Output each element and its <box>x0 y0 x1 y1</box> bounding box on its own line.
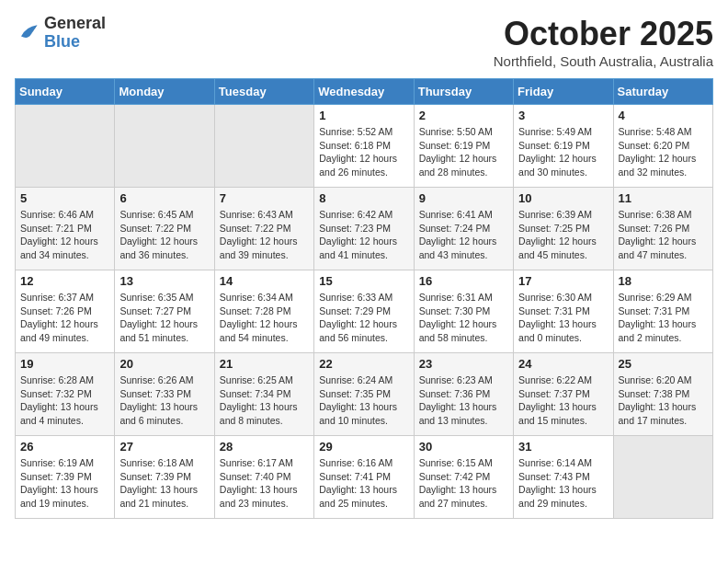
calendar-cell: 17Sunrise: 6:30 AM Sunset: 7:31 PM Dayli… <box>514 270 613 353</box>
calendar-cell: 9Sunrise: 6:41 AM Sunset: 7:24 PM Daylig… <box>414 188 513 270</box>
day-number: 13 <box>119 274 209 288</box>
day-info: Sunrise: 6:39 AM Sunset: 7:25 PM Dayligh… <box>518 208 608 262</box>
day-info: Sunrise: 6:14 AM Sunset: 7:43 PM Dayligh… <box>518 456 608 511</box>
logo-blue: Blue <box>44 32 80 51</box>
day-info: Sunrise: 6:26 AM Sunset: 7:33 PM Dayligh… <box>119 373 209 428</box>
day-number: 3 <box>518 109 608 122</box>
calendar-cell: 5Sunrise: 6:46 AM Sunset: 7:21 PM Daylig… <box>16 188 115 270</box>
day-info: Sunrise: 6:45 AM Sunset: 7:22 PM Dayligh… <box>119 208 209 262</box>
calendar-cell: 22Sunrise: 6:24 AM Sunset: 7:35 PM Dayli… <box>314 353 414 436</box>
day-info: Sunrise: 6:23 AM Sunset: 7:36 PM Dayligh… <box>419 373 508 428</box>
day-info: Sunrise: 6:33 AM Sunset: 7:29 PM Dayligh… <box>319 291 408 345</box>
calendar-cell: 8Sunrise: 6:42 AM Sunset: 7:23 PM Daylig… <box>314 188 414 270</box>
day-info: Sunrise: 6:20 AM Sunset: 7:38 PM Dayligh… <box>619 373 708 428</box>
day-info: Sunrise: 6:35 AM Sunset: 7:27 PM Dayligh… <box>119 291 209 345</box>
day-number: 31 <box>518 440 608 454</box>
calendar-cell: 15Sunrise: 6:33 AM Sunset: 7:29 PM Dayli… <box>314 270 414 353</box>
weekday-header-row: SundayMondayTuesdayWednesdayThursdayFrid… <box>16 79 713 105</box>
day-info: Sunrise: 6:38 AM Sunset: 7:26 PM Dayligh… <box>619 208 708 262</box>
day-info: Sunrise: 5:49 AM Sunset: 6:19 PM Dayligh… <box>518 125 608 179</box>
calendar-cell <box>613 436 712 519</box>
day-number: 5 <box>20 191 109 205</box>
day-info: Sunrise: 6:42 AM Sunset: 7:23 PM Dayligh… <box>319 208 408 262</box>
day-info: Sunrise: 6:16 AM Sunset: 7:41 PM Dayligh… <box>319 456 408 511</box>
calendar-cell: 31Sunrise: 6:14 AM Sunset: 7:43 PM Dayli… <box>514 436 613 519</box>
calendar-cell <box>16 105 115 188</box>
calendar-cell: 6Sunrise: 6:45 AM Sunset: 7:22 PM Daylig… <box>115 188 214 270</box>
day-info: Sunrise: 6:28 AM Sunset: 7:32 PM Dayligh… <box>20 373 109 428</box>
calendar-cell: 25Sunrise: 6:20 AM Sunset: 7:38 PM Dayli… <box>613 353 712 436</box>
day-info: Sunrise: 6:24 AM Sunset: 7:35 PM Dayligh… <box>319 373 408 428</box>
day-number: 8 <box>319 191 408 205</box>
day-number: 27 <box>119 440 209 454</box>
day-number: 30 <box>419 440 508 454</box>
location: Northfield, South Australia, Australia <box>494 53 713 69</box>
day-number: 23 <box>419 357 508 371</box>
day-number: 12 <box>20 274 109 288</box>
calendar-cell: 14Sunrise: 6:34 AM Sunset: 7:28 PM Dayli… <box>214 270 313 353</box>
day-number: 17 <box>518 274 608 288</box>
day-number: 22 <box>319 357 408 371</box>
calendar-cell: 18Sunrise: 6:29 AM Sunset: 7:31 PM Dayli… <box>613 270 712 353</box>
calendar-table: SundayMondayTuesdayWednesdayThursdayFrid… <box>15 78 713 519</box>
day-number: 16 <box>419 274 508 288</box>
day-info: Sunrise: 6:15 AM Sunset: 7:42 PM Dayligh… <box>419 456 508 511</box>
logo-general: General <box>44 14 106 32</box>
calendar-week-row: 1Sunrise: 5:52 AM Sunset: 6:18 PM Daylig… <box>16 105 713 188</box>
logo-text: General Blue <box>44 15 106 52</box>
calendar-cell <box>115 105 214 188</box>
calendar-cell: 27Sunrise: 6:18 AM Sunset: 7:39 PM Dayli… <box>115 436 214 519</box>
weekday-header: Sunday <box>16 79 115 105</box>
calendar-cell <box>214 105 313 188</box>
calendar-week-row: 5Sunrise: 6:46 AM Sunset: 7:21 PM Daylig… <box>16 188 713 270</box>
day-info: Sunrise: 6:46 AM Sunset: 7:21 PM Dayligh… <box>20 208 109 262</box>
calendar-cell: 10Sunrise: 6:39 AM Sunset: 7:25 PM Dayli… <box>514 188 613 270</box>
day-number: 11 <box>619 191 708 205</box>
calendar-cell: 3Sunrise: 5:49 AM Sunset: 6:19 PM Daylig… <box>514 105 613 188</box>
day-number: 24 <box>518 357 608 371</box>
calendar-cell: 24Sunrise: 6:22 AM Sunset: 7:37 PM Dayli… <box>514 353 613 436</box>
calendar-cell: 30Sunrise: 6:15 AM Sunset: 7:42 PM Dayli… <box>414 436 513 519</box>
day-info: Sunrise: 6:43 AM Sunset: 7:22 PM Dayligh… <box>220 208 309 262</box>
day-number: 28 <box>220 440 309 454</box>
calendar-cell: 28Sunrise: 6:17 AM Sunset: 7:40 PM Dayli… <box>214 436 313 519</box>
calendar-cell: 19Sunrise: 6:28 AM Sunset: 7:32 PM Dayli… <box>16 353 115 436</box>
day-number: 4 <box>619 109 708 122</box>
logo-bird-icon <box>15 20 40 46</box>
day-info: Sunrise: 6:41 AM Sunset: 7:24 PM Dayligh… <box>419 208 508 262</box>
page-header: General Blue October 2025 Northfield, So… <box>15 15 713 69</box>
day-number: 25 <box>619 357 708 371</box>
day-number: 14 <box>220 274 309 288</box>
calendar-cell: 21Sunrise: 6:25 AM Sunset: 7:34 PM Dayli… <box>214 353 313 436</box>
day-info: Sunrise: 6:18 AM Sunset: 7:39 PM Dayligh… <box>119 456 209 511</box>
calendar-cell: 16Sunrise: 6:31 AM Sunset: 7:30 PM Dayli… <box>414 270 513 353</box>
day-info: Sunrise: 6:37 AM Sunset: 7:26 PM Dayligh… <box>20 291 109 345</box>
day-number: 29 <box>319 440 408 454</box>
day-number: 2 <box>419 109 508 122</box>
day-info: Sunrise: 6:29 AM Sunset: 7:31 PM Dayligh… <box>619 291 708 345</box>
calendar-cell: 23Sunrise: 6:23 AM Sunset: 7:36 PM Dayli… <box>414 353 513 436</box>
day-number: 21 <box>220 357 309 371</box>
day-number: 9 <box>419 191 508 205</box>
month-title: October 2025 <box>494 15 713 53</box>
day-number: 15 <box>319 274 408 288</box>
day-number: 20 <box>119 357 209 371</box>
day-info: Sunrise: 6:22 AM Sunset: 7:37 PM Dayligh… <box>518 373 608 428</box>
day-info: Sunrise: 5:48 AM Sunset: 6:20 PM Dayligh… <box>619 125 708 179</box>
calendar-cell: 29Sunrise: 6:16 AM Sunset: 7:41 PM Dayli… <box>314 436 414 519</box>
day-info: Sunrise: 6:25 AM Sunset: 7:34 PM Dayligh… <box>220 373 309 428</box>
calendar-cell: 1Sunrise: 5:52 AM Sunset: 6:18 PM Daylig… <box>314 105 414 188</box>
calendar-week-row: 19Sunrise: 6:28 AM Sunset: 7:32 PM Dayli… <box>16 353 713 436</box>
day-number: 19 <box>20 357 109 371</box>
day-info: Sunrise: 6:34 AM Sunset: 7:28 PM Dayligh… <box>220 291 309 345</box>
calendar-cell: 4Sunrise: 5:48 AM Sunset: 6:20 PM Daylig… <box>613 105 712 188</box>
calendar-cell: 26Sunrise: 6:19 AM Sunset: 7:39 PM Dayli… <box>16 436 115 519</box>
day-info: Sunrise: 6:31 AM Sunset: 7:30 PM Dayligh… <box>419 291 508 345</box>
weekday-header: Wednesday <box>314 79 414 105</box>
day-number: 26 <box>20 440 109 454</box>
weekday-header: Monday <box>115 79 214 105</box>
day-info: Sunrise: 6:17 AM Sunset: 7:40 PM Dayligh… <box>220 456 309 511</box>
calendar-cell: 12Sunrise: 6:37 AM Sunset: 7:26 PM Dayli… <box>16 270 115 353</box>
calendar-week-row: 12Sunrise: 6:37 AM Sunset: 7:26 PM Dayli… <box>16 270 713 353</box>
day-info: Sunrise: 5:52 AM Sunset: 6:18 PM Dayligh… <box>319 125 408 179</box>
